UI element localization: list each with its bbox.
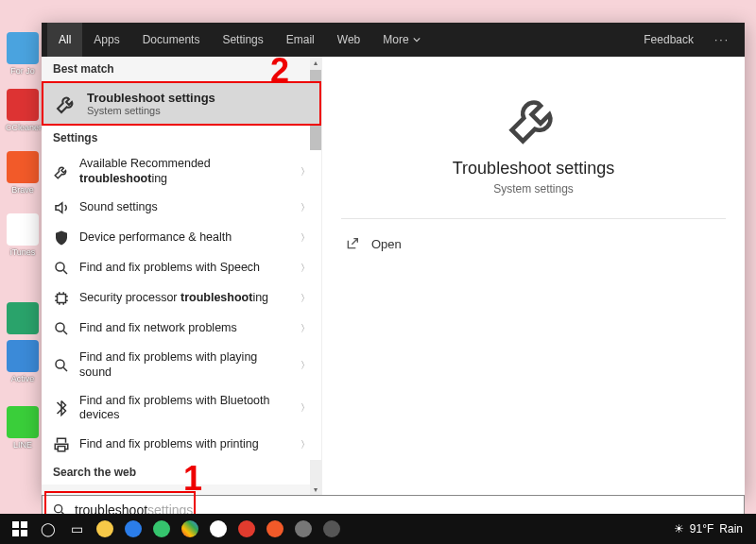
chevron-right-icon: 〉 bbox=[301, 322, 310, 335]
taskview-button[interactable]: ▭ bbox=[62, 516, 91, 542]
tb-app[interactable] bbox=[91, 516, 119, 542]
item-label: Security processor troubleshooting bbox=[79, 291, 301, 306]
bluetooth-icon bbox=[53, 400, 70, 416]
tab-apps[interactable]: Apps bbox=[82, 23, 130, 57]
settings-item[interactable]: Device performance & health〉 bbox=[42, 223, 321, 253]
tb-app[interactable] bbox=[318, 516, 346, 542]
search-icon bbox=[53, 320, 70, 337]
chevron-right-icon: 〉 bbox=[301, 262, 310, 275]
weather-widget[interactable]: ☀ 91°F Rain bbox=[666, 522, 750, 536]
scroll-up[interactable]: ▴ bbox=[310, 57, 321, 68]
separator bbox=[341, 218, 726, 219]
desktop-icon-label: iTunes bbox=[6, 247, 40, 257]
tb-app[interactable] bbox=[232, 516, 261, 542]
tb-app[interactable] bbox=[289, 516, 318, 542]
results-list: ▴ ▾ Best match Troubleshoot settings Sys… bbox=[42, 57, 321, 495]
weather-icon: ☀ bbox=[674, 522, 684, 536]
svg-rect-6 bbox=[21, 521, 27, 528]
open-icon bbox=[345, 236, 360, 251]
chevron-right-icon: 〉 bbox=[301, 438, 310, 451]
item-label: Device performance & health bbox=[79, 230, 301, 246]
chevron-right-icon: 〉 bbox=[301, 201, 310, 214]
svg-rect-5 bbox=[12, 521, 19, 528]
tab-settings[interactable]: Settings bbox=[211, 23, 274, 57]
preview-pane: Troubleshoot settings System settings Op… bbox=[321, 57, 745, 495]
search-icon bbox=[53, 357, 70, 374]
desktop: For JoCCleanerBraveiTunesActiveLINE AllA… bbox=[0, 0, 756, 544]
chip-icon bbox=[53, 290, 70, 307]
chevron-right-icon: 〉 bbox=[301, 359, 310, 372]
tab-web[interactable]: Web bbox=[326, 23, 371, 57]
settings-item[interactable]: Find and fix problems with Bluetooth dev… bbox=[42, 387, 321, 430]
wrench-icon bbox=[55, 93, 77, 115]
preview-title: Troubleshoot settings bbox=[453, 159, 614, 178]
feedback-button[interactable]: Feedback bbox=[632, 23, 705, 57]
settings-item[interactable]: Available Recommended troubleshooting〉 bbox=[42, 150, 321, 193]
svg-rect-7 bbox=[12, 530, 19, 536]
tb-app[interactable] bbox=[147, 516, 176, 542]
search-panel: AllAppsDocumentsSettingsEmailWebMore Fee… bbox=[42, 23, 745, 495]
search-tabbar: AllAppsDocumentsSettingsEmailWebMore Fee… bbox=[42, 23, 745, 57]
chevron-right-icon: 〉 bbox=[301, 292, 310, 305]
settings-item[interactable]: Sound settings〉 bbox=[42, 193, 321, 223]
tab-more[interactable]: More bbox=[371, 23, 431, 57]
item-label: Find and fix problems with playing sound bbox=[79, 350, 301, 380]
weather-cond: Rain bbox=[719, 522, 743, 536]
svg-point-0 bbox=[56, 263, 64, 271]
best-match-title: Troubleshoot settings bbox=[87, 91, 215, 105]
chevron-right-icon: 〉 bbox=[301, 401, 310, 415]
svg-rect-8 bbox=[21, 530, 27, 536]
open-button[interactable]: Open bbox=[341, 230, 405, 257]
chevron-right-icon: 〉 bbox=[301, 231, 310, 245]
scroll-down[interactable]: ▾ bbox=[310, 484, 321, 495]
svg-rect-1 bbox=[58, 295, 66, 303]
cortana-button[interactable]: ◯ bbox=[34, 516, 62, 542]
settings-item[interactable]: Find and fix problems with printing〉 bbox=[42, 430, 321, 460]
sound-icon bbox=[53, 199, 70, 216]
wrench-icon bbox=[507, 93, 560, 145]
desktop-icon[interactable]: Active bbox=[6, 340, 40, 383]
annotation-2: 2 bbox=[270, 51, 289, 91]
settings-item[interactable]: Find and fix problems with playing sound… bbox=[42, 344, 321, 386]
settings-item[interactable]: Find and fix network problems〉 bbox=[42, 314, 321, 344]
settings-item[interactable]: Security processor troubleshooting〉 bbox=[42, 283, 321, 314]
search-icon bbox=[53, 260, 70, 277]
best-match-sub: System settings bbox=[87, 105, 215, 116]
desktop-icon[interactable]: CCleaner bbox=[6, 89, 40, 132]
open-label: Open bbox=[371, 237, 402, 251]
tab-all[interactable]: All bbox=[47, 23, 82, 57]
desktop-icon[interactable]: Brave bbox=[6, 151, 40, 195]
more-options-button[interactable]: ··· bbox=[705, 33, 739, 46]
item-label: Find and fix problems with Speech bbox=[79, 261, 301, 276]
desktop-icon-label: For Jo bbox=[6, 66, 40, 76]
desktop-icon[interactable]: For Jo bbox=[6, 32, 40, 76]
desktop-icon-label: Active bbox=[6, 374, 40, 383]
item-label: Find and fix problems with Bluetooth dev… bbox=[79, 394, 301, 423]
preview-sub: System settings bbox=[493, 182, 574, 196]
tb-app[interactable] bbox=[261, 516, 289, 542]
svg-point-2 bbox=[56, 323, 64, 332]
tb-app[interactable] bbox=[204, 516, 232, 542]
tb-app[interactable] bbox=[176, 516, 204, 542]
svg-point-3 bbox=[56, 360, 64, 368]
start-button[interactable] bbox=[6, 516, 34, 542]
desktop-icon-label: LINE bbox=[6, 440, 40, 450]
chevron-right-icon: 〉 bbox=[301, 165, 310, 178]
svg-point-4 bbox=[55, 505, 62, 513]
shield-icon bbox=[53, 230, 70, 246]
item-label: Find and fix problems with printing bbox=[79, 437, 301, 452]
wrench-icon bbox=[53, 163, 70, 180]
weather-temp: 91°F bbox=[690, 522, 713, 536]
item-label: Available Recommended troubleshooting bbox=[79, 157, 301, 186]
tb-app[interactable] bbox=[119, 516, 147, 542]
desktop-icon-label: Brave bbox=[6, 185, 40, 195]
desktop-icon-label: CCleaner bbox=[6, 123, 40, 132]
desktop-icon[interactable]: LINE bbox=[6, 406, 40, 450]
search-web-header: Search the web bbox=[42, 460, 321, 484]
settings-header: Settings bbox=[42, 126, 321, 150]
settings-item[interactable]: Find and fix problems with Speech〉 bbox=[42, 253, 321, 283]
item-label: Find and fix network problems bbox=[79, 321, 301, 336]
desktop-icon[interactable] bbox=[6, 302, 40, 336]
tab-documents[interactable]: Documents bbox=[131, 23, 212, 57]
desktop-icon[interactable]: iTunes bbox=[6, 213, 40, 257]
